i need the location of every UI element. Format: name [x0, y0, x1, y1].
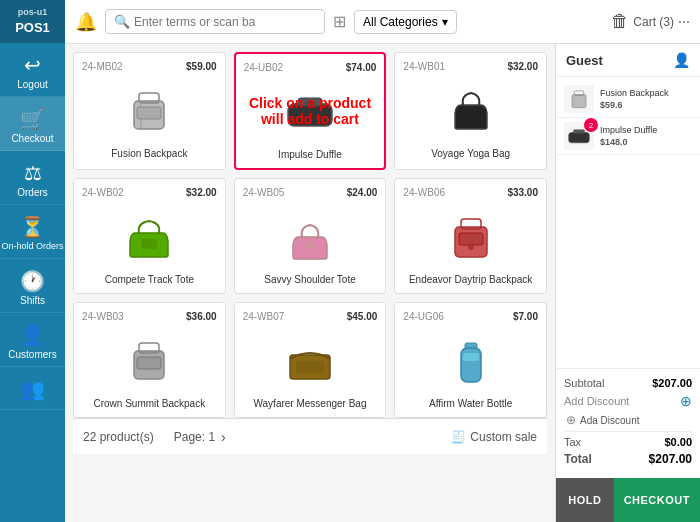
- cart-item: Fusion Backpack $59.6: [556, 81, 700, 118]
- shifts-icon: 🕐: [20, 269, 45, 293]
- product-image: [436, 206, 506, 266]
- svg-point-9: [304, 241, 316, 249]
- product-name: Voyage Yoga Bag: [431, 148, 510, 159]
- product-card-voyage-yoga-bag[interactable]: 24-WB01 $32.00 Voyage Yoga Bag: [394, 52, 547, 170]
- svg-rect-4: [288, 104, 332, 126]
- search-input[interactable]: [134, 15, 316, 29]
- product-sku: 24-WB06: [403, 187, 445, 198]
- search-box[interactable]: 🔍: [105, 9, 325, 34]
- product-image: [114, 206, 184, 266]
- product-sku: 24-WB03: [82, 311, 124, 322]
- product-card-endeavor-daytrip[interactable]: 24-WB06 $33.00 Endeavor Daytrip Backp: [394, 178, 547, 294]
- ada-discount-icon: ⊕: [566, 413, 576, 427]
- tote2-svg: [119, 209, 179, 264]
- pos-name: POS1: [0, 19, 65, 37]
- sidebar-item-checkout[interactable]: 🛒 Checkout: [0, 97, 65, 151]
- content-area: 24-MB02 $59.00 Fusion Backpack: [65, 44, 700, 522]
- product-name: Wayfarer Messenger Bag: [253, 398, 366, 409]
- logout-icon: ↩: [24, 53, 41, 77]
- product-card-crown-summit[interactable]: 24-WB03 $36.00 Crown Summit Backpack: [73, 302, 226, 418]
- cart-backpack-icon: [565, 86, 593, 112]
- sku-price-row: 24-MB02 $59.00: [82, 61, 217, 72]
- cart-item-price: $148.0: [600, 137, 692, 147]
- sidebar-item-onhold[interactable]: ⏳ On-hold Orders: [0, 205, 65, 259]
- next-page-button[interactable]: ›: [221, 429, 226, 445]
- hold-button[interactable]: HOLD: [556, 478, 614, 522]
- onhold-icon: ⏳: [20, 215, 45, 239]
- cart-icon: 🗑: [611, 11, 629, 32]
- add-discount-row: Add Discount ⊕: [564, 393, 692, 409]
- product-count: 22 product(s): [83, 430, 154, 444]
- shoulder-svg: [280, 209, 340, 264]
- product-card-wayfarer-messenger[interactable]: 24-WB07 $45.00 Wayfarer Messenger Bag: [234, 302, 387, 418]
- sidebar-item-orders[interactable]: ⚖ Orders: [0, 151, 65, 205]
- custom-sale-button[interactable]: 🧾 Custom sale: [451, 430, 537, 444]
- svg-rect-22: [572, 95, 586, 108]
- sidebar-item-label: Shifts: [20, 295, 45, 306]
- checkout-button[interactable]: CHECKOUT: [614, 478, 700, 522]
- subtotal-value: $207.00: [652, 377, 692, 389]
- tax-row: Tax $0.00: [564, 436, 692, 448]
- divider: [564, 431, 692, 432]
- total-row: Total $207.00: [564, 452, 692, 466]
- product-card-compete-track-tote[interactable]: 24-WB02 $32.00 Compete Track Tote: [73, 178, 226, 294]
- product-image: [114, 80, 184, 140]
- backpack2-svg: [119, 333, 179, 388]
- product-image: [114, 330, 184, 390]
- category-select[interactable]: All Categories ▾: [354, 10, 457, 34]
- notification-icon[interactable]: 🔔: [75, 11, 97, 33]
- svg-rect-8: [141, 239, 157, 249]
- more-options-icon: ⋯: [678, 15, 690, 29]
- category-label: All Categories: [363, 15, 438, 29]
- customer-name: Guest: [566, 53, 603, 68]
- sku-price-row: 24-UG06 $7.00: [403, 311, 538, 322]
- tax-value: $0.00: [664, 436, 692, 448]
- cart-item-name: Impulse Duffle: [600, 125, 692, 137]
- product-card-savvy-shoulder-tote[interactable]: 24-WB05 $24.00 Savvy Shoulder Tote: [234, 178, 387, 294]
- sidebar-item-customers[interactable]: 👤 Customers: [0, 313, 65, 367]
- sidebar-item-logout[interactable]: ↩ Logout: [0, 43, 65, 97]
- cart-item-price: $59.6: [600, 100, 692, 110]
- product-price: $32.00: [186, 187, 217, 198]
- product-name: Fusion Backpack: [111, 148, 187, 159]
- product-sku: 24-UG06: [403, 311, 444, 322]
- product-name: Savvy Shoulder Tote: [264, 274, 356, 285]
- product-image: [436, 80, 506, 140]
- product-image: [275, 81, 345, 141]
- product-price: $7.00: [513, 311, 538, 322]
- sku-price-row: 24-WB07 $45.00: [243, 311, 378, 322]
- messenger-svg: [280, 333, 340, 388]
- sidebar-item-label: Logout: [17, 79, 48, 90]
- product-price: $36.00: [186, 311, 217, 322]
- product-price: $24.00: [347, 187, 378, 198]
- sidebar-item-label: Orders: [17, 187, 48, 198]
- product-sku: 24-MB02: [82, 61, 123, 72]
- sidebar-item-more[interactable]: 👥: [0, 367, 65, 410]
- pos-id: pos-u1: [0, 6, 65, 19]
- product-card-fusion-backpack[interactable]: 24-MB02 $59.00 Fusion Backpack: [73, 52, 226, 170]
- cart-item-info: Fusion Backpack $59.6: [600, 88, 692, 110]
- topbar: 🔔 🔍 ⊞ All Categories ▾ 🗑 Cart (3) ⋯: [65, 0, 700, 44]
- subtotal-row: Subtotal $207.00: [564, 377, 692, 389]
- more-icon: 👥: [20, 377, 45, 401]
- svg-rect-25: [573, 130, 584, 134]
- product-card-impulse-duffle[interactable]: 24-UB02 $74.00 Impulse Duffle: [234, 52, 387, 170]
- product-price: $45.00: [347, 311, 378, 322]
- cart-button[interactable]: 🗑 Cart (3) ⋯: [611, 11, 690, 32]
- svg-rect-12: [459, 233, 483, 245]
- svg-rect-18: [296, 361, 324, 373]
- sku-price-row: 24-UB02 $74.00: [244, 62, 377, 73]
- product-name: Impulse Duffle: [278, 149, 342, 160]
- product-name: Crown Summit Backpack: [93, 398, 205, 409]
- product-sku: 24-WB01: [403, 61, 445, 72]
- cart-label: Cart (3): [633, 15, 674, 29]
- sidebar-item-shifts[interactable]: 🕐 Shifts: [0, 259, 65, 313]
- product-name: Endeavor Daytrip Backpack: [409, 274, 532, 285]
- grid-overlay: 24-MB02 $59.00 Fusion Backpack: [73, 52, 547, 418]
- product-card-water-bottle[interactable]: 24-UG06 $7.00 Affirm Water Bottle: [394, 302, 547, 418]
- page-nav: Page: 1 ›: [174, 429, 226, 445]
- add-discount-button[interactable]: ⊕: [680, 393, 692, 409]
- customers-icon: 👤: [20, 323, 45, 347]
- products-grid: 24-MB02 $59.00 Fusion Backpack: [73, 52, 547, 418]
- svg-point-13: [468, 244, 474, 250]
